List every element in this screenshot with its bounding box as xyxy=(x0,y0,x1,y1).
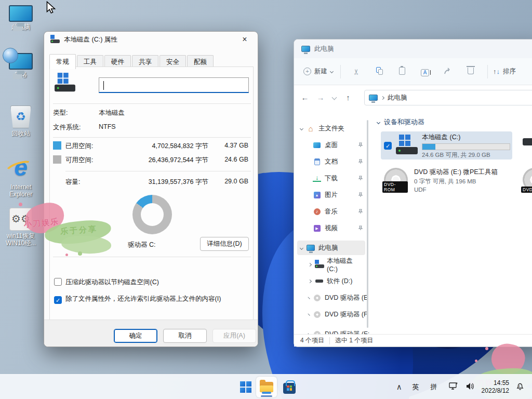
expand-chevron-icon[interactable] xyxy=(308,297,310,299)
start-button[interactable] xyxy=(235,377,256,397)
gears-icon: ⚙⚙ xyxy=(9,208,32,231)
taskbar-microsoft-store[interactable] xyxy=(279,377,300,397)
ime-language-pinyin[interactable]: 拼 xyxy=(431,382,437,392)
plus-icon: + xyxy=(303,68,311,75)
tray-time: 14:55 xyxy=(494,379,509,387)
system-tray: ∧ 英 拼 14:55 2022/8/12 z xyxy=(396,375,532,399)
sidebar-item-music[interactable]: ♪ 音乐 xyxy=(310,204,365,219)
item-count: 4 个项目 xyxy=(300,336,324,345)
capacity-label: 容量: xyxy=(65,178,80,187)
notification-bell-icon[interactable]: z xyxy=(515,382,525,393)
drive-tile-c[interactable]: ✓ 本地磁盘 (C:) 24.6 GB 可用, 共 29.0 GB xyxy=(381,131,512,159)
expand-chevron-icon[interactable] xyxy=(308,279,312,283)
free-space-bytes: 26,436,972,544 字节 xyxy=(128,156,208,165)
mouse-cursor xyxy=(46,1,56,15)
sidebar-scrollbar[interactable] xyxy=(367,120,368,328)
sort-button[interactable]: ↑↓ 排序 xyxy=(493,67,516,76)
taskbar-file-explorer[interactable] xyxy=(256,377,277,397)
index-checkbox-row[interactable]: ✓除了文件属性外，还允许索引此驱动器上文件的内容(I) xyxy=(54,295,221,304)
drive-tile-partial-d[interactable] xyxy=(523,138,532,145)
sidebar-item-dvd-f[interactable]: DVD 驱动器 (F xyxy=(305,307,365,322)
pin-icon xyxy=(358,192,363,197)
checkbox-checked[interactable]: ✓ xyxy=(54,296,62,304)
dialog-button-area: 确定 取消 应用(A) xyxy=(44,320,258,347)
sort-label: 排序 xyxy=(503,67,516,76)
sidebar-item-downloads[interactable]: ↓ 下载 xyxy=(310,171,365,185)
ime-language-english[interactable]: 英 xyxy=(413,382,419,392)
sidebar-item-desktop[interactable]: 桌面 xyxy=(310,138,365,152)
desktop-icon-win11-restore[interactable]: ⚙⚙ win11恢复 WIN10经... xyxy=(1,208,41,247)
forward-icon[interactable]: → xyxy=(313,93,328,102)
sidebar-item-label: 桌面 xyxy=(325,141,338,150)
share-icon[interactable] xyxy=(436,67,459,76)
videos-icon: ▶ xyxy=(313,224,321,232)
expand-chevron-icon[interactable] xyxy=(300,246,303,249)
sidebar-item-label: 本地磁盘 (C:) xyxy=(327,257,365,273)
tray-chevron-up-icon[interactable]: ∧ xyxy=(396,382,402,392)
sort-arrows-icon: ↑↓ xyxy=(493,68,500,75)
type-label: 类型: xyxy=(53,109,68,117)
sidebar-item-videos[interactable]: ▶ 视频 xyxy=(310,221,365,235)
checkbox-unchecked[interactable] xyxy=(54,278,62,286)
sidebar-item-label: 主文件夹 xyxy=(318,124,344,133)
breadcrumb-pc-icon xyxy=(369,95,378,101)
expand-chevron-icon[interactable] xyxy=(308,262,312,266)
sidebar-item-disk-d[interactable]: 软件 (D:) xyxy=(305,274,365,288)
breadcrumb-item[interactable]: 此电脑 xyxy=(388,94,407,102)
expand-chevron-icon[interactable] xyxy=(300,126,303,130)
explorer-navbar: ← → ↑ 此电脑 xyxy=(294,85,532,110)
desktop-icon-recycle-bin[interactable]: ♻ 回收站 xyxy=(1,105,41,137)
network-icon[interactable] xyxy=(449,382,458,392)
compress-checkbox-row[interactable]: 压缩此驱动器以节约磁盘空间(C) xyxy=(54,278,159,287)
cut-icon[interactable]: ✂ xyxy=(352,60,361,83)
up-icon[interactable]: ↑ xyxy=(340,93,356,102)
desktop-icon-network[interactable]: 网络 xyxy=(1,53,41,78)
recycle-bin-icon: ♻ xyxy=(10,105,31,128)
sidebar-item-documents[interactable]: 文档 xyxy=(310,154,365,169)
free-space-size: 24.6 GB xyxy=(216,156,248,163)
drive-tile-dvd-e[interactable]: DVD-ROM DVD 驱动器 (E:) 微PE工具箱 0 字节 可用, 共 1… xyxy=(381,164,512,195)
desktop-icon-internet-explorer[interactable]: e Internet Explorer xyxy=(1,154,41,198)
new-button[interactable]: + 新建 xyxy=(303,67,333,76)
index-checkbox-label: 除了文件属性外，还允许索引此驱动器上文件的内容(I) xyxy=(65,295,221,302)
dialog-titlebar[interactable]: 本地磁盘 (C:) 属性 xyxy=(44,32,258,47)
sidebar-item-dvd-e[interactable]: DVD 驱动器 (E xyxy=(305,290,365,305)
pictures-icon: ▲ xyxy=(313,191,321,199)
close-icon[interactable]: × xyxy=(234,32,256,47)
sidebar-item-this-pc[interactable]: 此电脑 xyxy=(297,241,365,255)
rename-icon[interactable]: A xyxy=(414,67,436,76)
expand-chevron-icon[interactable] xyxy=(308,313,310,315)
windows-logo-icon xyxy=(240,381,251,393)
breadcrumb[interactable]: 此电脑 xyxy=(364,90,532,105)
section-devices-and-drives[interactable]: 设备和驱动器 xyxy=(377,117,424,127)
drive-tile-partial-f[interactable]: DVD xyxy=(523,168,532,192)
tray-clock[interactable]: 14:55 2022/8/12 xyxy=(482,379,509,395)
used-space-size: 4.37 GB xyxy=(216,142,248,149)
paste-icon[interactable] xyxy=(391,67,414,76)
copy-icon[interactable] xyxy=(368,67,391,76)
ok-button[interactable]: 确定 xyxy=(114,329,157,343)
history-chevron-icon[interactable] xyxy=(332,95,337,100)
desktop-icon-label: 回收站 xyxy=(1,130,41,137)
desktop-icon-label: win11恢复 WIN10经... xyxy=(1,232,41,247)
cancel-button[interactable]: 取消 xyxy=(163,329,207,343)
sidebar-item-dvd-f2[interactable]: DVD 驱动器 (F:) xyxy=(305,327,365,334)
apply-button[interactable]: 应用(A) xyxy=(212,329,256,343)
tab-general[interactable]: 常规 xyxy=(49,54,76,69)
sidebar-item-pictures[interactable]: ▲ 图片 xyxy=(310,188,365,202)
volume-label-input[interactable] xyxy=(99,77,249,93)
sidebar-item-local-disk-c[interactable]: 本地磁盘 (C:) xyxy=(305,257,365,272)
sidebar-item-home[interactable]: ⌂ 主文件夹 xyxy=(297,121,365,136)
explorer-titlebar[interactable]: 此电脑 xyxy=(294,39,532,58)
drive-capacity-bar xyxy=(422,143,510,150)
volume-icon[interactable] xyxy=(466,382,474,392)
tile-checkbox-checked[interactable]: ✓ xyxy=(384,142,392,150)
delete-icon[interactable] xyxy=(459,67,482,76)
drive-icon-large xyxy=(55,73,75,94)
details-button[interactable]: 详细信息(D) xyxy=(200,237,249,251)
capacity-size: 29.0 GB xyxy=(216,178,248,185)
desktop-icon-this-pc[interactable]: 此电脑 xyxy=(1,5,41,31)
back-icon[interactable]: ← xyxy=(297,93,313,102)
drive-info: 24.6 GB 可用, 共 29.0 GB xyxy=(422,151,510,159)
used-space-bytes: 4,702,584,832 字节 xyxy=(128,142,208,151)
